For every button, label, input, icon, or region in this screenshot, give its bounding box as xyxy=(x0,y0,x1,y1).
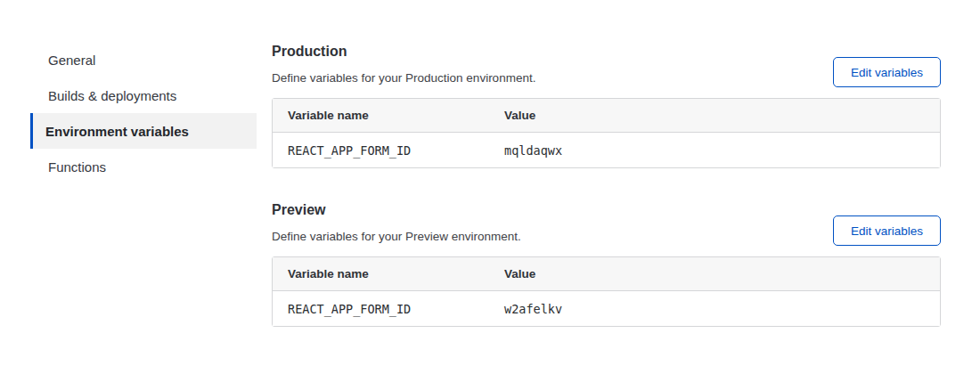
sidebar-item-functions[interactable]: Functions xyxy=(30,149,257,184)
variable-name-column-header: Variable name xyxy=(273,257,489,291)
table-header-row: Variable name Value xyxy=(273,99,940,133)
sidebar-item-environment-variables[interactable]: Environment variables xyxy=(30,113,257,149)
sidebar-item-general[interactable]: General xyxy=(30,42,257,77)
production-edit-variables-button[interactable]: Edit variables xyxy=(833,57,941,87)
sidebar-item-label: Builds & deployments xyxy=(48,88,176,103)
sidebar-item-label: Environment variables xyxy=(45,124,189,139)
variable-name-column-header: Variable name xyxy=(273,99,489,133)
value-column-header: Value xyxy=(489,257,940,291)
sidebar-item-builds-deployments[interactable]: Builds & deployments xyxy=(30,77,257,113)
settings-sidebar: General Builds & deployments Environment… xyxy=(30,42,257,184)
production-variables-table: Variable name Value REACT_APP_FORM_ID mq… xyxy=(272,98,941,168)
variable-value-cell: mqldaqwx xyxy=(489,133,940,167)
table-row: REACT_APP_FORM_ID w2afelkv xyxy=(273,291,940,326)
preview-section: Preview Define variables for your Previe… xyxy=(272,201,941,327)
table-row: REACT_APP_FORM_ID mqldaqwx xyxy=(273,133,940,167)
variable-name-cell: REACT_APP_FORM_ID xyxy=(273,133,489,167)
sidebar-item-label: Functions xyxy=(48,159,106,175)
preview-edit-variables-button[interactable]: Edit variables xyxy=(833,215,941,246)
variable-name-cell: REACT_APP_FORM_ID xyxy=(273,291,489,326)
value-column-header: Value xyxy=(489,99,940,133)
production-section: Production Define variables for your Pro… xyxy=(272,43,941,168)
table-header-row: Variable name Value xyxy=(273,257,940,291)
variable-value-cell: w2afelkv xyxy=(489,291,940,326)
sidebar-item-label: General xyxy=(48,53,95,68)
preview-variables-table: Variable name Value REACT_APP_FORM_ID w2… xyxy=(272,256,941,327)
